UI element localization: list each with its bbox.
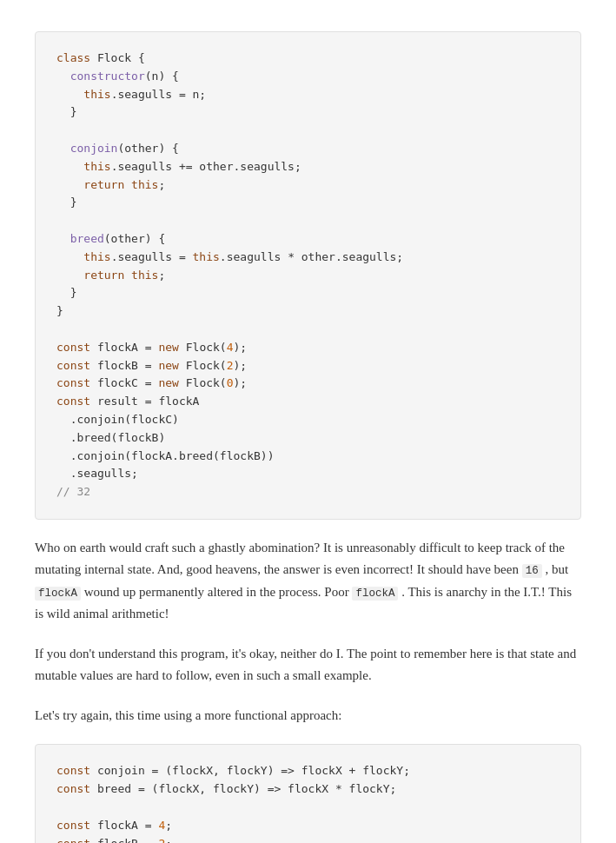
page-container: class Flock { constructor(n) { this.seag…: [0, 0, 616, 843]
prose-paragraph-2: If you don't understand this program, it…: [35, 643, 581, 687]
inline-code-flockA-2: flockA: [352, 587, 398, 601]
code-content-1: class Flock { constructor(n) { this.seag…: [56, 50, 560, 501]
prose-paragraph-1: Who on earth would craft such a ghastly …: [35, 537, 581, 626]
inline-code-16: 16: [522, 564, 542, 578]
prose-section-1: Who on earth would craft such a ghastly …: [35, 537, 581, 626]
code-block-1: class Flock { constructor(n) { this.seag…: [35, 31, 581, 520]
code-content-2: const conjoin = (flockX, flockY) => floc…: [56, 762, 560, 843]
prose-section-3: Let's try again, this time using a more …: [35, 705, 581, 727]
prose-section-2: If you don't understand this program, it…: [35, 643, 581, 687]
inline-code-flockA-1: flockA: [35, 587, 81, 601]
code-block-2: const conjoin = (flockX, flockY) => floc…: [35, 744, 581, 843]
prose-paragraph-3: Let's try again, this time using a more …: [35, 705, 581, 727]
